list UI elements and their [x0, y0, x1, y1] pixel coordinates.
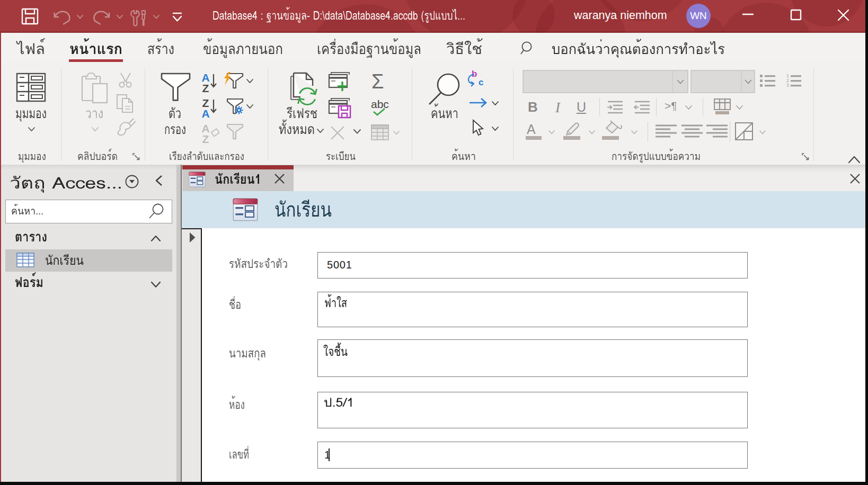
svg-text:3: 3 [786, 83, 789, 88]
